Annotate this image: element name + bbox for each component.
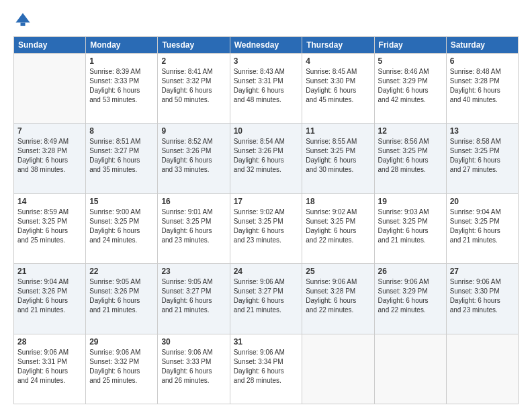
day-info: Sunrise: 9:06 AMSunset: 3:28 PMDaylight:… (306, 277, 370, 315)
calendar-cell: 29Sunrise: 9:06 AMSunset: 3:32 PMDayligh… (86, 334, 158, 404)
day-info: Sunrise: 9:02 AMSunset: 3:25 PMDaylight:… (234, 208, 299, 245)
calendar-cell (446, 334, 518, 404)
day-number: 20 (450, 197, 515, 206)
day-info: Sunrise: 8:59 AMSunset: 3:25 PMDaylight:… (17, 208, 82, 245)
page: SundayMondayTuesdayWednesdayThursdayFrid… (0, 0, 532, 411)
calendar-cell: 27Sunrise: 9:06 AMSunset: 3:30 PMDayligh… (446, 264, 518, 334)
calendar-cell: 18Sunrise: 9:02 AMSunset: 3:25 PMDayligh… (302, 193, 374, 263)
weekday-header-tuesday: Tuesday (158, 37, 230, 54)
calendar-week-row: 21Sunrise: 9:04 AMSunset: 3:26 PMDayligh… (14, 264, 519, 334)
calendar-cell: 13Sunrise: 8:58 AMSunset: 3:25 PMDayligh… (446, 124, 518, 193)
day-number: 25 (306, 267, 370, 276)
day-number: 14 (17, 197, 82, 206)
day-number: 26 (378, 267, 443, 276)
calendar-cell: 1Sunrise: 8:39 AMSunset: 3:33 PMDaylight… (86, 54, 158, 124)
calendar-cell: 16Sunrise: 9:01 AMSunset: 3:25 PMDayligh… (158, 193, 230, 263)
day-info: Sunrise: 9:06 AMSunset: 3:27 PMDaylight:… (234, 277, 299, 315)
day-number: 5 (378, 56, 443, 66)
logo (13, 11, 35, 30)
calendar-cell: 19Sunrise: 9:03 AMSunset: 3:25 PMDayligh… (374, 193, 446, 263)
calendar-cell: 23Sunrise: 9:05 AMSunset: 3:27 PMDayligh… (158, 264, 230, 334)
day-number: 9 (161, 126, 226, 136)
day-info: Sunrise: 9:06 AMSunset: 3:30 PMDaylight:… (450, 277, 515, 315)
day-number: 1 (89, 56, 154, 66)
day-number: 7 (17, 126, 82, 136)
calendar-cell: 15Sunrise: 9:00 AMSunset: 3:25 PMDayligh… (86, 193, 158, 263)
day-info: Sunrise: 9:04 AMSunset: 3:26 PMDaylight:… (17, 277, 82, 315)
weekday-header-row: SundayMondayTuesdayWednesdayThursdayFrid… (14, 37, 519, 54)
calendar-cell: 5Sunrise: 8:46 AMSunset: 3:29 PMDaylight… (374, 54, 446, 124)
day-info: Sunrise: 8:43 AMSunset: 3:31 PMDaylight:… (234, 67, 299, 105)
calendar-cell: 25Sunrise: 9:06 AMSunset: 3:28 PMDayligh… (302, 264, 374, 334)
day-number: 11 (306, 126, 370, 136)
day-number: 31 (234, 337, 299, 347)
day-info: Sunrise: 8:58 AMSunset: 3:25 PMDaylight:… (450, 137, 515, 175)
calendar-cell (14, 54, 86, 124)
day-info: Sunrise: 8:55 AMSunset: 3:25 PMDaylight:… (306, 137, 370, 175)
day-info: Sunrise: 8:39 AMSunset: 3:33 PMDaylight:… (89, 67, 154, 105)
day-info: Sunrise: 9:06 AMSunset: 3:29 PMDaylight:… (378, 277, 443, 315)
day-number: 12 (378, 126, 443, 136)
calendar-cell: 31Sunrise: 9:06 AMSunset: 3:34 PMDayligh… (230, 334, 302, 404)
day-info: Sunrise: 9:06 AMSunset: 3:34 PMDaylight:… (234, 348, 299, 385)
day-info: Sunrise: 8:56 AMSunset: 3:25 PMDaylight:… (378, 137, 443, 175)
day-info: Sunrise: 9:05 AMSunset: 3:26 PMDaylight:… (89, 277, 154, 315)
weekday-header-friday: Friday (374, 37, 446, 54)
day-info: Sunrise: 9:04 AMSunset: 3:25 PMDaylight:… (450, 208, 515, 245)
calendar-table: SundayMondayTuesdayWednesdayThursdayFrid… (13, 36, 519, 404)
calendar-cell: 12Sunrise: 8:56 AMSunset: 3:25 PMDayligh… (374, 124, 446, 193)
day-number: 21 (17, 267, 82, 276)
day-info: Sunrise: 8:52 AMSunset: 3:26 PMDaylight:… (161, 137, 226, 175)
calendar-week-row: 1Sunrise: 8:39 AMSunset: 3:33 PMDaylight… (14, 54, 519, 124)
day-number: 10 (234, 126, 299, 136)
header (13, 11, 519, 30)
weekday-header-wednesday: Wednesday (230, 37, 302, 54)
day-info: Sunrise: 8:41 AMSunset: 3:32 PMDaylight:… (161, 67, 226, 105)
calendar-cell: 6Sunrise: 8:48 AMSunset: 3:28 PMDaylight… (446, 54, 518, 124)
weekday-header-monday: Monday (86, 37, 158, 54)
svg-marker-0 (16, 13, 30, 23)
day-number: 4 (306, 56, 370, 66)
calendar-cell: 17Sunrise: 9:02 AMSunset: 3:25 PMDayligh… (230, 193, 302, 263)
day-number: 18 (306, 197, 370, 206)
weekday-header-thursday: Thursday (302, 37, 374, 54)
day-info: Sunrise: 8:51 AMSunset: 3:27 PMDaylight:… (89, 137, 154, 175)
day-number: 19 (378, 197, 443, 206)
day-info: Sunrise: 8:48 AMSunset: 3:28 PMDaylight:… (450, 67, 515, 105)
day-number: 29 (89, 337, 154, 347)
day-number: 17 (234, 197, 299, 206)
calendar-cell: 28Sunrise: 9:06 AMSunset: 3:31 PMDayligh… (14, 334, 86, 404)
day-number: 23 (161, 267, 226, 276)
calendar-week-row: 28Sunrise: 9:06 AMSunset: 3:31 PMDayligh… (14, 334, 519, 404)
day-info: Sunrise: 8:54 AMSunset: 3:26 PMDaylight:… (234, 137, 299, 175)
day-info: Sunrise: 9:02 AMSunset: 3:25 PMDaylight:… (306, 208, 370, 245)
calendar-cell (302, 334, 374, 404)
calendar-cell: 11Sunrise: 8:55 AMSunset: 3:25 PMDayligh… (302, 124, 374, 193)
weekday-header-sunday: Sunday (14, 37, 86, 54)
day-number: 6 (450, 56, 515, 66)
day-number: 13 (450, 126, 515, 136)
day-number: 24 (234, 267, 299, 276)
calendar-cell: 3Sunrise: 8:43 AMSunset: 3:31 PMDaylight… (230, 54, 302, 124)
day-info: Sunrise: 8:46 AMSunset: 3:29 PMDaylight:… (378, 67, 443, 105)
day-number: 2 (161, 56, 226, 66)
day-number: 27 (450, 267, 515, 276)
calendar-cell: 20Sunrise: 9:04 AMSunset: 3:25 PMDayligh… (446, 193, 518, 263)
day-info: Sunrise: 8:49 AMSunset: 3:28 PMDaylight:… (17, 137, 82, 175)
calendar-cell: 4Sunrise: 8:45 AMSunset: 3:30 PMDaylight… (302, 54, 374, 124)
day-number: 28 (17, 337, 82, 347)
weekday-header-saturday: Saturday (446, 37, 518, 54)
day-number: 15 (89, 197, 154, 206)
calendar-cell: 22Sunrise: 9:05 AMSunset: 3:26 PMDayligh… (86, 264, 158, 334)
calendar-cell: 21Sunrise: 9:04 AMSunset: 3:26 PMDayligh… (14, 264, 86, 334)
logo-icon (13, 11, 32, 30)
calendar-week-row: 7Sunrise: 8:49 AMSunset: 3:28 PMDaylight… (14, 124, 519, 193)
day-info: Sunrise: 9:00 AMSunset: 3:25 PMDaylight:… (89, 208, 154, 245)
calendar-cell: 24Sunrise: 9:06 AMSunset: 3:27 PMDayligh… (230, 264, 302, 334)
calendar-cell (374, 334, 446, 404)
day-info: Sunrise: 9:05 AMSunset: 3:27 PMDaylight:… (161, 277, 226, 315)
day-number: 16 (161, 197, 226, 206)
day-info: Sunrise: 9:06 AMSunset: 3:31 PMDaylight:… (17, 348, 82, 385)
day-info: Sunrise: 9:01 AMSunset: 3:25 PMDaylight:… (161, 208, 226, 245)
calendar-cell: 14Sunrise: 8:59 AMSunset: 3:25 PMDayligh… (14, 193, 86, 263)
